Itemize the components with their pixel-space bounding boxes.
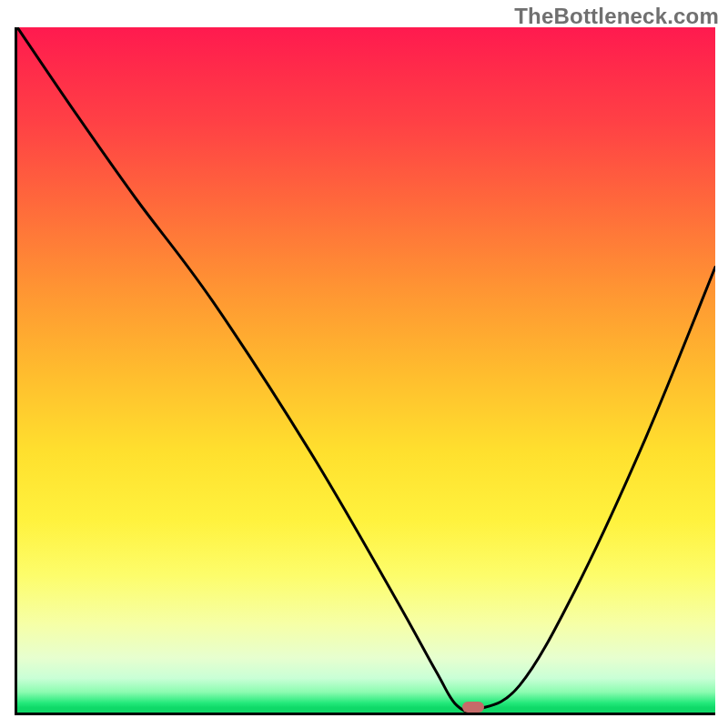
chart-frame: TheBottleneck.com	[0, 0, 728, 728]
optimum-marker	[462, 702, 484, 713]
plot-area	[15, 27, 715, 715]
bottleneck-curve	[17, 27, 715, 713]
watermark-text: TheBottleneck.com	[514, 4, 719, 29]
